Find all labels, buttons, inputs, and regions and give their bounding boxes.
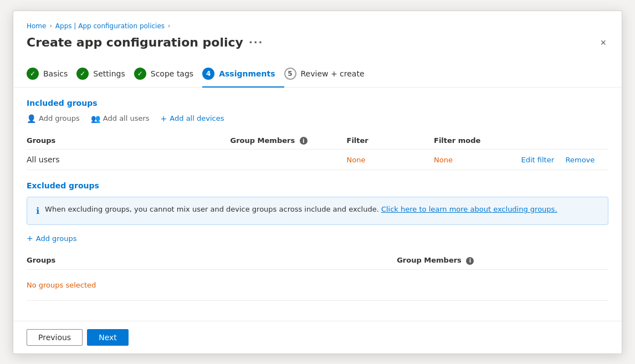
create-policy-dialog: Home › Apps | App configuration policies… [13, 11, 622, 354]
add-groups-label-included: Add groups [39, 114, 80, 122]
add-all-devices-link[interactable]: + Add all devices [161, 114, 224, 123]
learn-more-link[interactable]: Click here to learn more about excluding… [381, 205, 557, 213]
next-button[interactable]: Next [87, 329, 129, 346]
col-header-groups-exc: Groups [27, 252, 397, 269]
step-settings[interactable]: ✓ Settings [76, 61, 134, 86]
col-header-members-exc: Group Members i [397, 252, 608, 269]
members-header-text-exc: Group Members [397, 256, 462, 264]
excluded-groups-title: Excluded groups [27, 181, 608, 190]
breadcrumb: Home › Apps | App configuration policies… [27, 22, 608, 30]
col-header-filter-inc: Filter [347, 132, 434, 150]
add-all-users-label: Add all users [103, 114, 150, 122]
plus-icon-excluded: + [27, 234, 33, 243]
included-groups-table: Groups Group Members i Filter Filter mod… [27, 132, 608, 171]
info-icon: ℹ [36, 204, 39, 218]
step-assignments-label: Assignments [219, 69, 275, 78]
included-table-row: All users None None Edit filter Remove [27, 150, 608, 170]
cell-group-name: All users [27, 150, 231, 170]
members-info-badge-inc[interactable]: i [300, 137, 308, 145]
main-content: Included groups 👤 Add groups 👥 Add all u… [13, 88, 622, 321]
step-scope-tags[interactable]: ✓ Scope tags [134, 61, 202, 86]
included-table-header-row: Groups Group Members i Filter Filter mod… [27, 132, 608, 150]
col-header-groups-inc: Groups [27, 132, 231, 150]
no-groups-cell: No groups selected [27, 269, 608, 300]
col-header-filtermode-inc: Filter mode [434, 132, 521, 150]
col-header-actions-inc [521, 132, 609, 150]
step-scope-tags-circle: ✓ [134, 68, 146, 80]
step-scope-tags-label: Scope tags [151, 69, 193, 78]
step-assignments[interactable]: 4 Assignments [202, 61, 284, 88]
dialog-footer: Previous Next [13, 321, 622, 353]
step-settings-label: Settings [93, 69, 125, 78]
title-ellipsis-button[interactable]: ··· [249, 37, 264, 48]
breadcrumb-apps[interactable]: Apps | App configuration policies [55, 22, 165, 30]
excluded-groups-section: Excluded groups ℹ When excluding groups,… [27, 181, 608, 301]
step-review-circle: 5 [284, 68, 296, 80]
cell-members [231, 150, 347, 170]
breadcrumb-sep-2: › [168, 22, 170, 29]
add-groups-link-included[interactable]: 👤 Add groups [27, 114, 80, 123]
plus-icon-devices: + [161, 114, 167, 123]
add-groups-label-excluded: Add groups [36, 234, 77, 243]
excluded-groups-actions: + Add groups [27, 234, 608, 243]
person-icon-all-users: 👥 [91, 114, 100, 123]
step-review-label: Review + create [301, 69, 365, 78]
col-header-members-inc: Group Members i [231, 132, 347, 150]
step-basics-circle: ✓ [27, 68, 39, 80]
steps-nav: ✓ Basics ✓ Settings ✓ Scope tags 4 Assig… [13, 61, 622, 88]
step-assignments-circle: 4 [202, 68, 214, 80]
info-box-text: When excluding groups, you cannot mix us… [45, 204, 557, 215]
dialog-title: Create app configuration policy ··· [27, 35, 263, 49]
dialog-header: Home › Apps | App configuration policies… [13, 11, 622, 61]
person-icon-add-groups: 👤 [27, 114, 36, 123]
excluded-table-empty-row: No groups selected [27, 269, 608, 300]
excluded-groups-table: Groups Group Members i No groups selecte… [27, 252, 608, 301]
breadcrumb-sep-1: › [49, 22, 52, 29]
step-basics[interactable]: ✓ Basics [27, 61, 76, 86]
step-review-create[interactable]: 5 Review + create [284, 61, 373, 86]
close-button[interactable]: × [598, 35, 608, 50]
info-text: When excluding groups, you cannot mix us… [45, 205, 379, 213]
previous-button[interactable]: Previous [27, 329, 83, 346]
breadcrumb-home[interactable]: Home [27, 22, 46, 30]
included-groups-section: Included groups 👤 Add groups 👥 Add all u… [27, 99, 608, 171]
step-settings-circle: ✓ [76, 68, 89, 80]
members-header-text-inc: Group Members [231, 136, 295, 145]
dialog-title-row: Create app configuration policy ··· × [27, 35, 608, 50]
add-all-users-link[interactable]: 👥 Add all users [91, 114, 150, 123]
cell-filtermode: None [434, 150, 521, 170]
included-groups-actions: 👤 Add groups 👥 Add all users + Add all d… [27, 114, 608, 123]
cell-actions: Edit filter Remove [521, 150, 609, 170]
cell-filter: None [347, 150, 434, 170]
no-groups-text: No groups selected [27, 275, 608, 295]
excluded-groups-info-box: ℹ When excluding groups, you cannot mix … [27, 197, 608, 225]
add-groups-link-excluded[interactable]: + Add groups [27, 234, 77, 243]
step-basics-label: Basics [43, 69, 68, 78]
excluded-table-header-row: Groups Group Members i [27, 252, 608, 269]
dialog-title-text: Create app configuration policy [27, 35, 243, 49]
members-info-badge-exc[interactable]: i [466, 257, 474, 265]
remove-link[interactable]: Remove [566, 156, 595, 164]
add-all-devices-label: Add all devices [170, 114, 224, 122]
edit-filter-link[interactable]: Edit filter [521, 156, 555, 164]
included-groups-title: Included groups [27, 99, 608, 107]
